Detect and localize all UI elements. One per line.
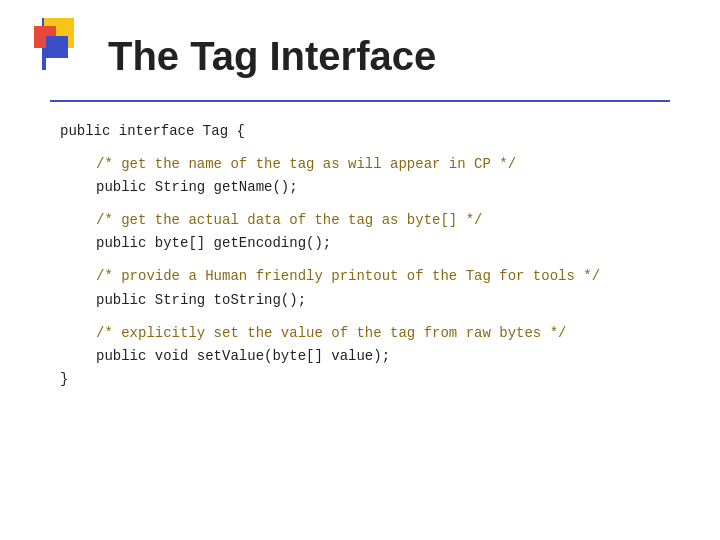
code-block: public interface Tag { /* get the name o… (50, 120, 670, 391)
slide: The Tag Interface public interface Tag {… (0, 0, 720, 540)
comment-text-3: /* provide a Human friendly printout of … (96, 268, 600, 284)
slide-title: The Tag Interface (108, 34, 670, 78)
code-method-2: public byte[] getEncoding(); (60, 232, 670, 255)
code-comment-1: /* get the name of the tag as will appea… (60, 153, 670, 176)
code-text: public interface Tag { (60, 123, 245, 139)
title-divider (50, 100, 670, 102)
code-line-1: public interface Tag { (60, 120, 670, 143)
code-method-3: public String toString(); (60, 289, 670, 312)
logo-square-blue (46, 36, 68, 58)
method-text-4: public void setValue(byte[] value); (96, 348, 390, 364)
code-comment-2: /* get the actual data of the tag as byt… (60, 209, 670, 232)
comment-text-2: /* get the actual data of the tag as byt… (96, 212, 482, 228)
comment-text-4: /* explicitly set the value of the tag f… (96, 325, 566, 341)
comment-text-1: /* get the name of the tag as will appea… (96, 156, 516, 172)
method-text-3: public String toString(); (96, 292, 306, 308)
spacer-2 (60, 199, 670, 209)
spacer-4 (60, 312, 670, 322)
logo-decoration (30, 18, 82, 70)
code-method-1: public String getName(); (60, 176, 670, 199)
method-text-1: public String getName(); (96, 179, 298, 195)
code-method-4: public void setValue(byte[] value); (60, 345, 670, 368)
method-text-2: public byte[] getEncoding(); (96, 235, 331, 251)
code-closing: } (60, 368, 670, 391)
closing-brace: } (60, 371, 68, 387)
code-comment-4: /* explicitly set the value of the tag f… (60, 322, 670, 345)
code-comment-3: /* provide a Human friendly printout of … (60, 265, 670, 288)
code-comment-1-spacer (60, 143, 670, 153)
spacer-3 (60, 255, 670, 265)
